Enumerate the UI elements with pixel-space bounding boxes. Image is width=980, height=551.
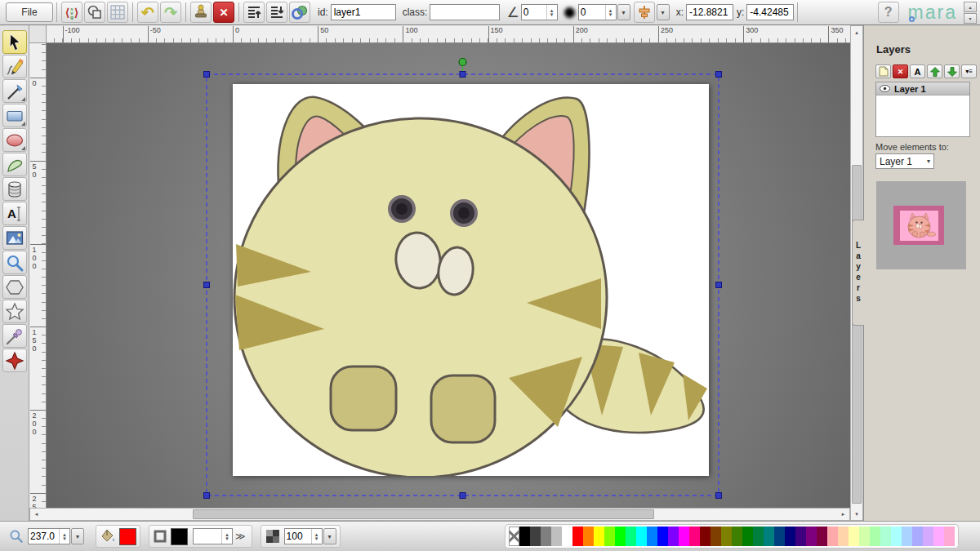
vertical-scroll-thumb[interactable] (852, 165, 862, 504)
undo-button[interactable]: ↶ (137, 2, 158, 23)
scroll-up-button[interactable]: ▴ (964, 2, 977, 12)
palette-swatch-#007f3f[interactable] (753, 527, 764, 546)
eye-icon[interactable] (880, 85, 890, 92)
delete-button[interactable]: ✕ (213, 2, 234, 23)
tool-pencil[interactable] (2, 55, 27, 78)
palette-swatch-#00ff7f[interactable] (626, 527, 636, 546)
palette-swatch-none[interactable] (509, 527, 519, 546)
new-layer-button[interactable] (875, 64, 891, 78)
handle-w[interactable] (204, 282, 210, 288)
palette-swatch-#7f007f[interactable] (806, 527, 817, 546)
clone-button[interactable] (190, 2, 212, 23)
palette-swatch-#7f003f[interactable] (817, 527, 827, 546)
scroll-down-button[interactable]: ▾ (851, 508, 862, 520)
handle-ne[interactable] (716, 72, 722, 78)
layer-menu-button[interactable]: ▾≡ (961, 64, 977, 78)
align-button[interactable] (634, 2, 655, 23)
palette-swatch-#d4aaff[interactable] (923, 527, 933, 546)
palette-swatch-#ff007f[interactable] (689, 527, 700, 546)
tool-line[interactable] (2, 79, 27, 103)
opacity-dropdown-button[interactable]: ▾ (323, 528, 336, 544)
palette-swatch-#ffd4aa[interactable] (838, 527, 849, 546)
tool-text[interactable]: A (2, 202, 27, 225)
palette-swatch-#aaffd4[interactable] (880, 527, 891, 546)
class-input[interactable] (430, 4, 500, 20)
stroke-width-spinner[interactable]: ▴▾ (221, 529, 232, 544)
move-layer-down-button[interactable] (944, 64, 960, 78)
tool-polygon[interactable] (2, 275, 27, 299)
move-elements-select[interactable]: Layer 1 ▾ (875, 153, 934, 169)
grid-button[interactable] (107, 2, 128, 23)
move-layer-up-button[interactable] (927, 64, 942, 78)
zoom-input[interactable] (29, 529, 59, 544)
stroke-color-swatch[interactable] (171, 528, 188, 545)
scroll-down-button[interactable]: ▾ (964, 13, 977, 24)
blur-input[interactable] (579, 5, 605, 20)
layer-row[interactable]: Layer 1 (876, 82, 969, 96)
horizontal-scrollbar[interactable]: ◂ ▸ (29, 508, 850, 521)
palette-swatch-#7f7f00[interactable] (721, 527, 732, 546)
palette-swatch-#00ff00[interactable] (615, 527, 626, 546)
palette-swatch-#aaffaa[interactable] (870, 527, 880, 546)
palette-swatch-#ffff00[interactable] (594, 527, 604, 546)
zoom-dropdown-button[interactable]: ▾ (71, 528, 84, 544)
tool-shape-library[interactable] (2, 349, 27, 372)
rotate-handle[interactable] (459, 59, 466, 66)
palette-swatch-#ffaaff[interactable] (933, 527, 944, 546)
redo-button[interactable]: ↷ (160, 2, 181, 23)
palette-swatch-#ffaad4[interactable] (944, 527, 955, 546)
move-to-bottom-button[interactable] (266, 2, 287, 23)
palette-swatch-#000000[interactable] (519, 527, 530, 546)
scroll-up-button[interactable]: ▴ (851, 26, 862, 38)
palette-swatch-#7f0000[interactable] (700, 527, 710, 546)
link-button[interactable] (289, 2, 310, 23)
delete-layer-button[interactable]: ✕ (893, 64, 908, 78)
opacity-input[interactable] (285, 529, 311, 544)
scroll-left-button[interactable]: ◂ (30, 509, 42, 520)
palette-swatch-#ff0000[interactable] (572, 527, 583, 546)
id-input[interactable] (331, 4, 396, 20)
x-input[interactable] (686, 4, 733, 20)
handle-nw[interactable] (204, 72, 210, 78)
horizontal-scroll-thumb[interactable] (193, 509, 654, 519)
file-menu-button[interactable]: File (6, 2, 53, 22)
handle-se[interactable] (716, 493, 722, 499)
palette-swatch-#007fff[interactable] (647, 527, 657, 546)
palette-swatch-#aaffff[interactable] (891, 527, 902, 546)
source-editor-button[interactable]: ⟨ svg ⟩ (61, 2, 82, 23)
tool-eyedropper[interactable] (2, 324, 27, 348)
palette-swatch-#003f7f[interactable] (774, 527, 785, 546)
y-input[interactable] (746, 4, 794, 20)
handle-sw[interactable] (204, 493, 210, 499)
palette-swatch-#7f7f7f[interactable] (541, 527, 551, 546)
selection-handles[interactable] (204, 72, 722, 499)
palette-swatch-#ffffaa[interactable] (849, 527, 859, 546)
tool-rectangle[interactable] (2, 104, 27, 127)
scroll-right-button[interactable]: ▸ (837, 509, 849, 520)
palette-swatch-#bfbfbf[interactable] (551, 527, 562, 546)
tool-path[interactable] (2, 153, 27, 176)
palette-swatch-#ffaaaa[interactable] (827, 527, 838, 546)
move-to-top-button[interactable] (243, 2, 265, 23)
palette-swatch-#007f00[interactable] (742, 527, 753, 546)
tool-ellipse[interactable] (2, 128, 27, 152)
palette-swatch-#3f3f3f[interactable] (530, 527, 541, 546)
blur-spinner[interactable]: ▴▾ (605, 5, 616, 20)
layers-side-tab[interactable]: Layers (852, 220, 864, 326)
palette-swatch-#7f3f00[interactable] (710, 527, 721, 546)
palette-swatch-#aaaaff[interactable] (912, 527, 923, 546)
palette-swatch-#ff7f00[interactable] (583, 527, 594, 546)
palette-swatch-#3f007f[interactable] (795, 527, 806, 546)
selection-box[interactable] (207, 74, 719, 495)
layer-thumbnail-frame[interactable] (893, 206, 944, 245)
fill-color-swatch[interactable] (119, 528, 136, 545)
palette-swatch-#0000ff[interactable] (657, 527, 668, 546)
palette-swatch-#007f7f[interactable] (764, 527, 774, 546)
handle-e[interactable] (716, 282, 722, 288)
more-stroke-options[interactable]: ≫ (235, 531, 246, 542)
zoom-spinner[interactable]: ▴▾ (59, 529, 69, 544)
tool-star[interactable] (2, 300, 27, 323)
angle-spinner[interactable]: ▴▾ (546, 5, 557, 20)
palette-swatch-#00007f[interactable] (785, 527, 795, 546)
palette-swatch-#7fff00[interactable] (604, 527, 615, 546)
